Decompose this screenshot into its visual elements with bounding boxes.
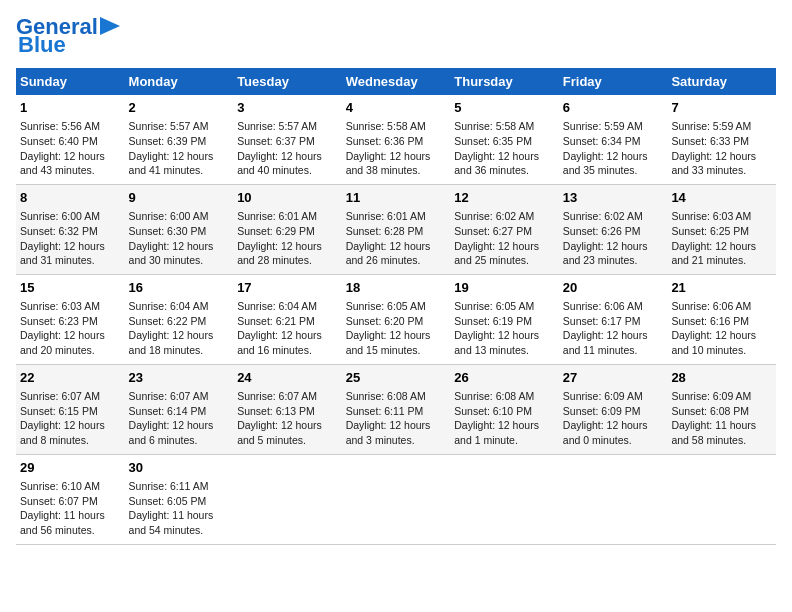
calendar-cell: 9Sunrise: 6:00 AMSunset: 6:30 PMDaylight…	[125, 184, 234, 274]
day-number: 24	[237, 369, 338, 387]
day-info: Sunrise: 5:58 AMSunset: 6:36 PMDaylight:…	[346, 119, 447, 178]
weekday-header-thursday: Thursday	[450, 68, 559, 95]
logo-blue-text: Blue	[18, 34, 66, 56]
calendar-cell: 23Sunrise: 6:07 AMSunset: 6:14 PMDayligh…	[125, 364, 234, 454]
calendar-cell	[559, 454, 668, 544]
calendar-cell: 8Sunrise: 6:00 AMSunset: 6:32 PMDaylight…	[16, 184, 125, 274]
calendar-cell	[342, 454, 451, 544]
day-number: 9	[129, 189, 230, 207]
day-info: Sunrise: 6:00 AMSunset: 6:30 PMDaylight:…	[129, 209, 230, 268]
day-number: 13	[563, 189, 664, 207]
day-info: Sunrise: 5:56 AMSunset: 6:40 PMDaylight:…	[20, 119, 121, 178]
calendar-cell: 29Sunrise: 6:10 AMSunset: 6:07 PMDayligh…	[16, 454, 125, 544]
day-number: 25	[346, 369, 447, 387]
calendar-cell: 14Sunrise: 6:03 AMSunset: 6:25 PMDayligh…	[667, 184, 776, 274]
calendar-cell: 17Sunrise: 6:04 AMSunset: 6:21 PMDayligh…	[233, 274, 342, 364]
day-info: Sunrise: 6:04 AMSunset: 6:21 PMDaylight:…	[237, 299, 338, 358]
calendar-cell: 6Sunrise: 5:59 AMSunset: 6:34 PMDaylight…	[559, 95, 668, 184]
day-number: 10	[237, 189, 338, 207]
day-number: 15	[20, 279, 121, 297]
day-info: Sunrise: 6:09 AMSunset: 6:08 PMDaylight:…	[671, 389, 772, 448]
day-number: 17	[237, 279, 338, 297]
calendar-cell: 4Sunrise: 5:58 AMSunset: 6:36 PMDaylight…	[342, 95, 451, 184]
day-number: 1	[20, 99, 121, 117]
calendar-cell: 5Sunrise: 5:58 AMSunset: 6:35 PMDaylight…	[450, 95, 559, 184]
day-info: Sunrise: 6:05 AMSunset: 6:20 PMDaylight:…	[346, 299, 447, 358]
day-info: Sunrise: 5:57 AMSunset: 6:37 PMDaylight:…	[237, 119, 338, 178]
calendar-table: SundayMondayTuesdayWednesdayThursdayFrid…	[16, 68, 776, 545]
week-row-4: 29Sunrise: 6:10 AMSunset: 6:07 PMDayligh…	[16, 454, 776, 544]
day-number: 7	[671, 99, 772, 117]
calendar-cell: 13Sunrise: 6:02 AMSunset: 6:26 PMDayligh…	[559, 184, 668, 274]
calendar-cell: 19Sunrise: 6:05 AMSunset: 6:19 PMDayligh…	[450, 274, 559, 364]
day-number: 11	[346, 189, 447, 207]
day-info: Sunrise: 6:07 AMSunset: 6:13 PMDaylight:…	[237, 389, 338, 448]
day-info: Sunrise: 6:10 AMSunset: 6:07 PMDaylight:…	[20, 479, 121, 538]
day-info: Sunrise: 6:11 AMSunset: 6:05 PMDaylight:…	[129, 479, 230, 538]
day-number: 2	[129, 99, 230, 117]
day-info: Sunrise: 6:02 AMSunset: 6:27 PMDaylight:…	[454, 209, 555, 268]
day-info: Sunrise: 6:09 AMSunset: 6:09 PMDaylight:…	[563, 389, 664, 448]
day-info: Sunrise: 6:07 AMSunset: 6:14 PMDaylight:…	[129, 389, 230, 448]
day-number: 12	[454, 189, 555, 207]
day-info: Sunrise: 5:58 AMSunset: 6:35 PMDaylight:…	[454, 119, 555, 178]
calendar-body: 1Sunrise: 5:56 AMSunset: 6:40 PMDaylight…	[16, 95, 776, 544]
calendar-cell: 20Sunrise: 6:06 AMSunset: 6:17 PMDayligh…	[559, 274, 668, 364]
calendar-cell: 15Sunrise: 6:03 AMSunset: 6:23 PMDayligh…	[16, 274, 125, 364]
calendar-cell: 11Sunrise: 6:01 AMSunset: 6:28 PMDayligh…	[342, 184, 451, 274]
weekday-header-monday: Monday	[125, 68, 234, 95]
day-number: 21	[671, 279, 772, 297]
weekday-header-friday: Friday	[559, 68, 668, 95]
calendar-cell: 26Sunrise: 6:08 AMSunset: 6:10 PMDayligh…	[450, 364, 559, 454]
calendar-cell: 25Sunrise: 6:08 AMSunset: 6:11 PMDayligh…	[342, 364, 451, 454]
calendar-cell: 30Sunrise: 6:11 AMSunset: 6:05 PMDayligh…	[125, 454, 234, 544]
day-info: Sunrise: 6:08 AMSunset: 6:10 PMDaylight:…	[454, 389, 555, 448]
day-number: 4	[346, 99, 447, 117]
calendar-cell	[667, 454, 776, 544]
day-number: 8	[20, 189, 121, 207]
day-info: Sunrise: 6:08 AMSunset: 6:11 PMDaylight:…	[346, 389, 447, 448]
day-number: 16	[129, 279, 230, 297]
day-info: Sunrise: 6:02 AMSunset: 6:26 PMDaylight:…	[563, 209, 664, 268]
logo-arrow-icon	[100, 17, 120, 35]
calendar-cell: 7Sunrise: 5:59 AMSunset: 6:33 PMDaylight…	[667, 95, 776, 184]
day-number: 28	[671, 369, 772, 387]
logo: General Blue	[16, 16, 120, 56]
calendar-cell: 10Sunrise: 6:01 AMSunset: 6:29 PMDayligh…	[233, 184, 342, 274]
day-info: Sunrise: 5:59 AMSunset: 6:33 PMDaylight:…	[671, 119, 772, 178]
calendar-cell: 16Sunrise: 6:04 AMSunset: 6:22 PMDayligh…	[125, 274, 234, 364]
day-info: Sunrise: 6:00 AMSunset: 6:32 PMDaylight:…	[20, 209, 121, 268]
calendar-cell	[450, 454, 559, 544]
day-info: Sunrise: 6:06 AMSunset: 6:17 PMDaylight:…	[563, 299, 664, 358]
week-row-2: 15Sunrise: 6:03 AMSunset: 6:23 PMDayligh…	[16, 274, 776, 364]
calendar-cell: 24Sunrise: 6:07 AMSunset: 6:13 PMDayligh…	[233, 364, 342, 454]
week-row-0: 1Sunrise: 5:56 AMSunset: 6:40 PMDaylight…	[16, 95, 776, 184]
day-number: 27	[563, 369, 664, 387]
day-info: Sunrise: 6:07 AMSunset: 6:15 PMDaylight:…	[20, 389, 121, 448]
day-info: Sunrise: 6:05 AMSunset: 6:19 PMDaylight:…	[454, 299, 555, 358]
day-number: 6	[563, 99, 664, 117]
week-row-1: 8Sunrise: 6:00 AMSunset: 6:32 PMDaylight…	[16, 184, 776, 274]
svg-marker-0	[100, 17, 120, 35]
day-number: 20	[563, 279, 664, 297]
calendar-header: SundayMondayTuesdayWednesdayThursdayFrid…	[16, 68, 776, 95]
calendar-cell: 1Sunrise: 5:56 AMSunset: 6:40 PMDaylight…	[16, 95, 125, 184]
day-info: Sunrise: 6:04 AMSunset: 6:22 PMDaylight:…	[129, 299, 230, 358]
calendar-cell: 22Sunrise: 6:07 AMSunset: 6:15 PMDayligh…	[16, 364, 125, 454]
calendar-cell: 28Sunrise: 6:09 AMSunset: 6:08 PMDayligh…	[667, 364, 776, 454]
day-number: 14	[671, 189, 772, 207]
day-info: Sunrise: 6:03 AMSunset: 6:25 PMDaylight:…	[671, 209, 772, 268]
weekday-header-tuesday: Tuesday	[233, 68, 342, 95]
weekday-header-saturday: Saturday	[667, 68, 776, 95]
calendar-cell: 27Sunrise: 6:09 AMSunset: 6:09 PMDayligh…	[559, 364, 668, 454]
day-number: 19	[454, 279, 555, 297]
day-info: Sunrise: 6:06 AMSunset: 6:16 PMDaylight:…	[671, 299, 772, 358]
calendar-cell: 3Sunrise: 5:57 AMSunset: 6:37 PMDaylight…	[233, 95, 342, 184]
day-info: Sunrise: 5:59 AMSunset: 6:34 PMDaylight:…	[563, 119, 664, 178]
day-number: 26	[454, 369, 555, 387]
weekday-header-sunday: Sunday	[16, 68, 125, 95]
day-number: 3	[237, 99, 338, 117]
header: General Blue	[16, 16, 776, 56]
day-number: 29	[20, 459, 121, 477]
calendar-cell: 18Sunrise: 6:05 AMSunset: 6:20 PMDayligh…	[342, 274, 451, 364]
